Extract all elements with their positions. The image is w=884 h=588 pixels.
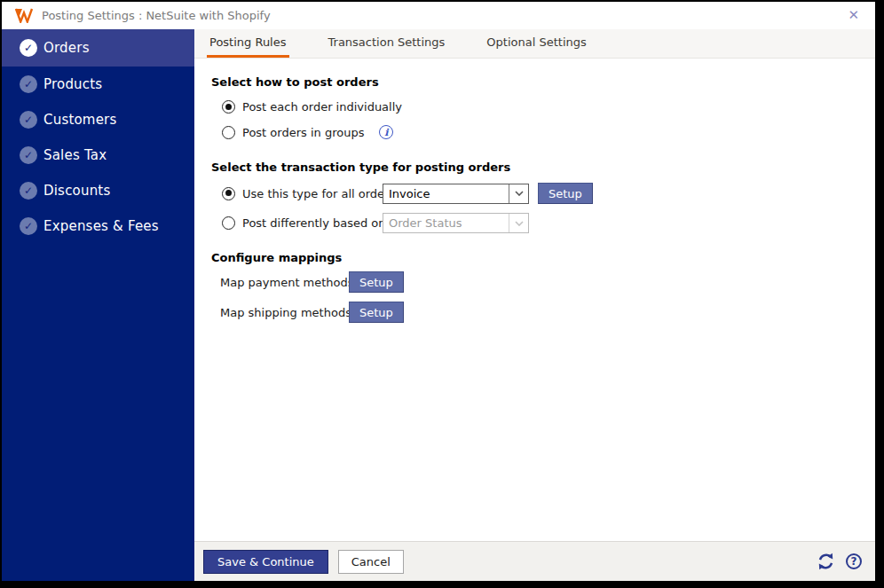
- tab-optional-settings[interactable]: Optional Settings: [484, 29, 588, 58]
- right-pane: Posting Rules Transaction Settings Optio…: [194, 29, 875, 581]
- sidebar-item-products[interactable]: ✓ Products: [2, 67, 194, 102]
- select-value: Invoice: [383, 187, 509, 200]
- sidebar-item-label: Discounts: [43, 183, 110, 199]
- titlebar: Posting Settings : NetSuite with Shopify…: [2, 2, 875, 29]
- app-logo-icon: [14, 8, 34, 23]
- chevron-down-icon: [509, 184, 528, 203]
- option-post-individually: Post each order individually: [222, 100, 857, 114]
- sidebar-item-label: Customers: [43, 112, 116, 128]
- map-payment-methods-label: Map payment methods:: [220, 276, 349, 289]
- tab-bar: Posting Rules Transaction Settings Optio…: [194, 29, 875, 59]
- radio-label: Post each order individually: [242, 100, 402, 114]
- check-circle-icon: ✓: [20, 75, 37, 93]
- close-icon[interactable]: ✕: [844, 7, 863, 24]
- main-area: ✓ Orders ✓ Products ✓ Customers ✓ Sales …: [2, 29, 875, 581]
- section-heading-configure-mappings: Configure mappings: [211, 251, 857, 264]
- check-circle-icon: ✓: [20, 39, 37, 57]
- map-payment-methods-setup-button[interactable]: Setup: [349, 271, 404, 293]
- sidebar-item-label: Orders: [43, 40, 90, 56]
- sidebar-item-sales-tax[interactable]: ✓ Sales Tax: [2, 137, 194, 173]
- radio-label: Use this type for all orders:: [242, 187, 383, 200]
- save-continue-button[interactable]: Save & Continue: [203, 550, 328, 574]
- radio-use-type-all-orders[interactable]: [222, 187, 235, 200]
- map-shipping-methods-setup-button[interactable]: Setup: [349, 302, 404, 323]
- info-icon[interactable]: i: [379, 125, 393, 139]
- radio-post-individually[interactable]: [222, 100, 235, 114]
- radio-label: Post differently based on:: [242, 216, 383, 230]
- help-icon[interactable]: ?: [846, 553, 862, 569]
- radio-post-differently[interactable]: [222, 216, 235, 230]
- sidebar-item-label: Sales Tax: [43, 147, 107, 163]
- sidebar-item-customers[interactable]: ✓ Customers: [2, 102, 194, 137]
- content-area: Select how to post orders Post each orde…: [194, 59, 875, 541]
- option-post-in-groups: Post orders in groups i: [222, 125, 857, 139]
- window-title: Posting Settings : NetSuite with Shopify: [42, 9, 844, 22]
- screenshot-root: { "titlebar": { "title": "Posting Settin…: [0, 0, 884, 588]
- transaction-type-select[interactable]: Invoice: [383, 184, 529, 204]
- section-heading-post-method: Select how to post orders: [211, 75, 857, 89]
- sidebar-item-orders[interactable]: ✓ Orders: [2, 29, 194, 67]
- tab-transaction-settings[interactable]: Transaction Settings: [326, 29, 448, 58]
- check-circle-icon: ✓: [20, 182, 37, 200]
- footer-bar: Save & Continue Cancel ?: [194, 541, 875, 581]
- option-use-type-all-orders: Use this type for all orders: Invoice Se…: [222, 183, 857, 204]
- check-circle-icon: ✓: [20, 146, 37, 164]
- chevron-down-icon: [509, 214, 528, 232]
- sidebar-item-label: Products: [43, 76, 102, 92]
- post-differently-select: Order Status: [383, 213, 529, 233]
- posting-settings-window: Posting Settings : NetSuite with Shopify…: [2, 2, 875, 581]
- sidebar: ✓ Orders ✓ Products ✓ Customers ✓ Sales …: [2, 29, 194, 581]
- map-shipping-methods-row: Map shipping methods: Setup: [220, 302, 857, 323]
- section-heading-transaction-type: Select the transaction type for posting …: [211, 161, 857, 174]
- check-circle-icon: ✓: [20, 217, 37, 235]
- option-post-differently: Post differently based on: Order Status: [222, 213, 857, 233]
- sidebar-item-expenses-fees[interactable]: ✓ Expenses & Fees: [2, 208, 194, 244]
- tab-posting-rules[interactable]: Posting Rules: [207, 29, 289, 58]
- check-circle-icon: ✓: [20, 111, 37, 129]
- transaction-type-setup-button[interactable]: Setup: [538, 183, 593, 204]
- sidebar-item-label: Expenses & Fees: [43, 218, 159, 234]
- cancel-button[interactable]: Cancel: [338, 550, 404, 574]
- map-payment-methods-row: Map payment methods: Setup: [220, 271, 857, 293]
- sidebar-item-discounts[interactable]: ✓ Discounts: [2, 173, 194, 208]
- map-shipping-methods-label: Map shipping methods:: [220, 306, 349, 319]
- radio-label: Post orders in groups: [242, 126, 364, 139]
- select-value: Order Status: [383, 216, 509, 230]
- refresh-icon[interactable]: [817, 553, 835, 570]
- radio-post-in-groups[interactable]: [222, 126, 235, 139]
